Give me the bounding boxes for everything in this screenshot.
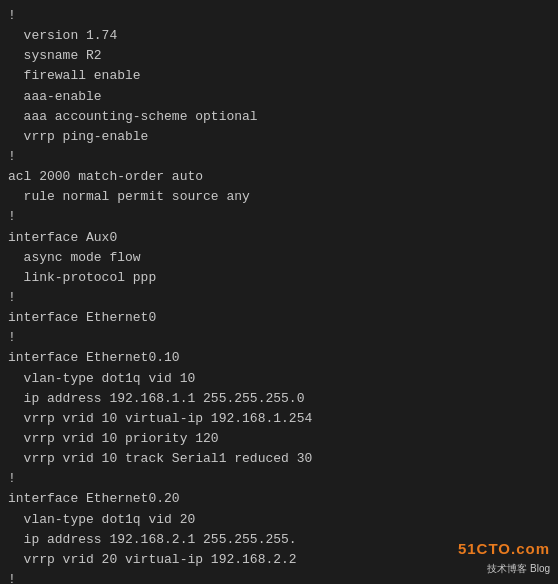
terminal-line: link-protocol ppp bbox=[8, 268, 550, 288]
terminal-line: sysname R2 bbox=[8, 46, 550, 66]
terminal-line: ip address 192.168.1.1 255.255.255.0 bbox=[8, 389, 550, 409]
watermark: 51CTO.com 技术博客 Blog bbox=[458, 537, 550, 576]
terminal-line: ! bbox=[8, 328, 550, 348]
terminal-line: version 1.74 bbox=[8, 26, 550, 46]
terminal-line: vlan-type dot1q vid 20 bbox=[8, 510, 550, 530]
terminal-line: vrrp vrid 10 virtual-ip 192.168.1.254 bbox=[8, 409, 550, 429]
watermark-sub: 技术博客 Blog bbox=[487, 561, 550, 577]
terminal-line: ! bbox=[8, 207, 550, 227]
terminal-line: ! bbox=[8, 6, 550, 26]
terminal-line: ! bbox=[8, 147, 550, 167]
terminal-line: ! bbox=[8, 288, 550, 308]
terminal-line: vrrp ping-enable bbox=[8, 127, 550, 147]
terminal-line: interface Ethernet0.20 bbox=[8, 489, 550, 509]
watermark-logo: 51CTO.com bbox=[458, 537, 550, 560]
terminal-line: acl 2000 match-order auto bbox=[8, 167, 550, 187]
terminal-line: vlan-type dot1q vid 10 bbox=[8, 369, 550, 389]
terminal-line: rule normal permit source any bbox=[8, 187, 550, 207]
terminal-line: firewall enable bbox=[8, 66, 550, 86]
terminal-line: vrrp vrid 10 priority 120 bbox=[8, 429, 550, 449]
terminal-line: interface Ethernet0.10 bbox=[8, 348, 550, 368]
terminal-line: interface Aux0 bbox=[8, 228, 550, 248]
terminal-line: interface Ethernet0 bbox=[8, 308, 550, 328]
terminal-line: ! bbox=[8, 469, 550, 489]
terminal-line: aaa accounting-scheme optional bbox=[8, 107, 550, 127]
terminal-line: aaa-enable bbox=[8, 87, 550, 107]
terminal-window: ! version 1.74 sysname R2 firewall enabl… bbox=[0, 0, 558, 584]
code-content: ! version 1.74 sysname R2 firewall enabl… bbox=[8, 6, 550, 584]
terminal-line: async mode flow bbox=[8, 248, 550, 268]
terminal-line: vrrp vrid 10 track Serial1 reduced 30 bbox=[8, 449, 550, 469]
